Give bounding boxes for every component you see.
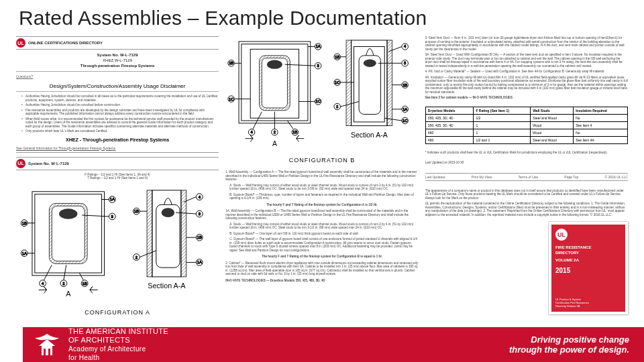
book-volume: VOLUME 2A xyxy=(555,257,621,263)
para: 3A. Steel Vent Duct — Used With Configur… xyxy=(425,53,628,68)
svg-point-56 xyxy=(267,60,282,69)
spec-table: Dryerbox Models F Rating (See Item 1) Wa… xyxy=(425,107,628,144)
svg-line-19 xyxy=(79,273,83,280)
book-title-line: DIRECTORY xyxy=(555,250,621,255)
footer-link[interactable]: Page Top xyxy=(564,175,578,179)
th: Insulation Required xyxy=(574,107,628,114)
svg-text:3: 3 xyxy=(404,61,406,65)
footer-link[interactable]: Print My View xyxy=(472,175,492,179)
svg-text:1A: 1A xyxy=(110,197,115,201)
spec-text: 1. Wall Assembly — Configuration A — The… xyxy=(225,170,419,282)
th: Wall Studs xyxy=(531,107,574,114)
svg-text:1C: 1C xyxy=(402,119,407,123)
svg-text:4: 4 xyxy=(404,44,406,48)
para: 1. Wall Assembly — Configuration A — The… xyxy=(225,170,419,182)
org-line: OF ARCHITECTS xyxy=(68,336,168,345)
svg-text:1C: 1C xyxy=(335,80,339,84)
svg-text:1B: 1B xyxy=(402,83,407,87)
svg-text:A: A xyxy=(66,290,71,298)
manufacturer-line: See Item 2 for cabinet models — IN-O-VAT… xyxy=(425,96,628,100)
para: 3. Steel Vent Duct — Nom 4 in. (102 mm) … xyxy=(425,36,628,51)
system-category-name: Through-penetration Firestop Systems xyxy=(16,63,219,68)
para: UL permits the reproduction of the mater… xyxy=(425,202,628,217)
book-title-line: FIRE RESISTANCE xyxy=(555,245,621,250)
svg-rect-28 xyxy=(181,190,186,276)
system-number: System No. W-L-7129 xyxy=(16,52,219,58)
svg-text:4: 4 xyxy=(42,281,44,285)
svg-text:2: 2 xyxy=(136,255,138,259)
svg-text:2: 2 xyxy=(62,281,64,285)
rating-line-2: T Ratings – 1/2 and 1 Hr (See Items 1 an… xyxy=(16,176,219,180)
para: A. Studs — Wall framing may consist of e… xyxy=(229,223,419,230)
config-a-label: CONFIGURATION A xyxy=(16,309,219,316)
org-line: THE AMERICAN INSTITUTE xyxy=(68,327,168,336)
svg-text:1B: 1B xyxy=(292,130,297,134)
para: 4A. Insulation — Generously cavity-fill … xyxy=(425,76,628,95)
svg-text:3: 3 xyxy=(317,64,319,68)
content-area: UL ONLINE CERTIFICATIONS DIRECTORY Syste… xyxy=(16,36,628,315)
svg-rect-113 xyxy=(42,346,52,355)
svg-point-4 xyxy=(59,208,77,219)
svg-line-13 xyxy=(44,265,52,280)
ul-logo-icon: UL xyxy=(16,38,25,48)
ul-directory-label: ONLINE CERTIFICATIONS DIRECTORY xyxy=(28,40,103,46)
book-footer: UL Product & System Certification Fire R… xyxy=(555,298,596,308)
copyright: © 2016 UL LLC xyxy=(605,175,628,179)
manufacturer-line: IN-O-VATE TECHNOLOGIES — Dryerbox Models… xyxy=(225,279,419,283)
system-repeat-block: UL System No. W-L-7129 F Ratings – 1/2 a… xyxy=(16,157,219,180)
svg-text:A: A xyxy=(272,140,277,147)
svg-text:Section A-A: Section A-A xyxy=(351,131,388,139)
aia-eagle-icon xyxy=(32,331,62,358)
system-number: System No. W-L-7129 xyxy=(28,161,219,166)
svg-text:1C: 1C xyxy=(316,99,321,103)
svg-text:2: 2 xyxy=(274,130,276,134)
footer-bar: THE AMERICAN INSTITUTE OF ARCHITECTS Aca… xyxy=(0,320,644,362)
svg-rect-115 xyxy=(44,349,46,355)
svg-text:1A: 1A xyxy=(402,107,407,111)
slide-title: Rated Assemblies – Example Documentation xyxy=(0,0,644,29)
para: 2. Cabinet* — Recessed flush-mount elect… xyxy=(225,261,419,276)
rating-statement: The hourly F and T Rating of the firesto… xyxy=(225,255,419,259)
svg-text:1A: 1A xyxy=(316,44,321,48)
svg-text:1A: 1A xyxy=(197,260,202,264)
org-line: Academy of Architecture xyxy=(68,345,168,353)
disclaimer-heading: Design/System/Construction/Assembly Usag… xyxy=(16,81,219,92)
svg-text:4: 4 xyxy=(199,194,201,198)
bullet: Fire resistance assemblies and products … xyxy=(21,109,219,116)
table-row: 4801WoodNo xyxy=(425,129,627,136)
para: A. Studs — Wall framing may consist of e… xyxy=(229,184,419,191)
org-line: for Health xyxy=(68,353,168,362)
ul-logo-icon: UL xyxy=(16,159,25,168)
bullet: When field issues arise, it is recommend… xyxy=(21,117,219,129)
bullet: Authorities Having Jurisdiction should b… xyxy=(21,103,219,107)
svg-text:3: 3 xyxy=(111,214,113,218)
footer-link[interactable]: Terms of Use xyxy=(519,175,538,179)
para: B. Gypsum Board* — Thickness, type, numb… xyxy=(229,193,419,200)
book-year: 2015 xyxy=(555,267,621,274)
para: The appearance of a company's name or pr… xyxy=(425,189,628,200)
svg-text:Section A-A: Section A-A xyxy=(148,282,186,290)
ul-logo-icon: UL xyxy=(555,229,568,241)
para: B. Gypsum Board* — One layer of nom 5/8 … xyxy=(229,232,419,236)
drawing-config-b: 1B 1C 4 2 1B 1A 3 1C A xyxy=(225,36,419,152)
tagline-line: Driving positive change xyxy=(509,335,629,345)
svg-text:1B: 1B xyxy=(197,235,202,239)
guide-info-link[interactable]: See General Information for Through-pene… xyxy=(16,146,219,153)
footer-link[interactable]: Last Updated xyxy=(425,175,445,179)
questions-link[interactable]: Questions? xyxy=(16,74,219,78)
svg-rect-82 xyxy=(346,40,352,126)
svg-rect-116 xyxy=(48,349,50,355)
svg-text:4: 4 xyxy=(251,130,253,134)
tagline: Driving positive change through the powe… xyxy=(509,335,629,355)
legal-text: The appearance of a company's name or pr… xyxy=(425,189,628,217)
table-row: 4801/2 and 1Steel and WoodSee Item 4A xyxy=(425,136,627,143)
para: 4. Fill, Void or Cavity Material* — Seal… xyxy=(425,70,628,74)
bullet: Authorities Having Jurisdiction should b… xyxy=(21,95,219,102)
svg-rect-84 xyxy=(352,40,387,126)
svg-point-31 xyxy=(162,208,175,217)
tagline-line: through the power of design. xyxy=(509,345,629,355)
svg-text:1C: 1C xyxy=(229,97,233,101)
column-2: 1B 1C 4 2 1B 1A 3 1C A xyxy=(225,36,419,315)
disclaimer-bullets: Authorities Having Jurisdiction should b… xyxy=(16,95,219,133)
aia-text: THE AMERICAN INSTITUTE OF ARCHITECTS Aca… xyxy=(68,327,168,362)
